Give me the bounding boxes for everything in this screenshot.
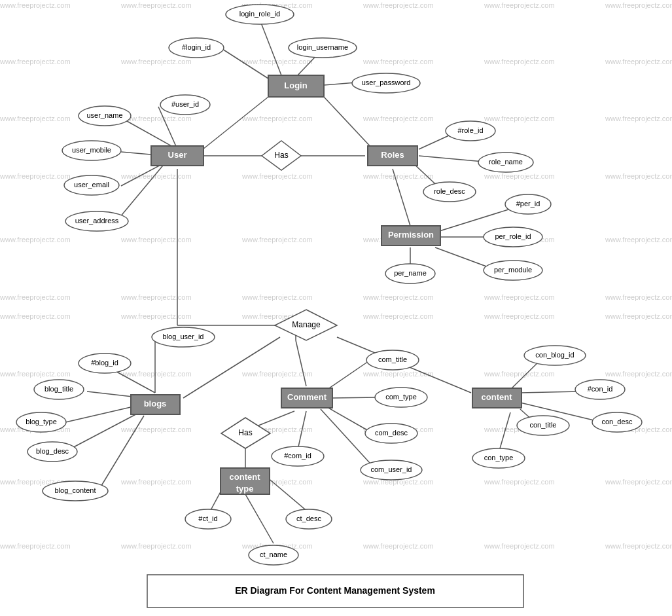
svg-text:www.freeprojectz.com: www.freeprojectz.com [605, 236, 672, 244]
user-address-attr: user_address [65, 211, 128, 231]
has2-relationship: Has [221, 418, 270, 448]
ct-id-attr: #ct_id [185, 509, 231, 529]
com-id-attr: #com_id [272, 446, 324, 466]
per-id-attr: #per_id [505, 194, 551, 214]
svg-line-113 [245, 494, 274, 543]
svg-text:per_role_id: per_role_id [495, 232, 531, 240]
svg-text:www.freeprojectz.com: www.freeprojectz.com [0, 58, 71, 65]
svg-text:Roles: Roles [381, 150, 404, 160]
ct-name-attr: ct_name [249, 545, 298, 565]
svg-text:www.freeprojectz.com: www.freeprojectz.com [605, 58, 672, 65]
svg-text:User: User [168, 150, 187, 160]
svg-line-101 [327, 407, 373, 433]
svg-line-66 [260, 20, 281, 75]
svg-text:Comment: Comment [287, 392, 327, 402]
svg-line-100 [330, 397, 378, 398]
svg-text:www.freeprojectz.com: www.freeprojectz.com [605, 293, 672, 301]
svg-text:www.freeprojectz.com: www.freeprojectz.com [363, 312, 434, 320]
svg-text:content: content [230, 472, 261, 482]
svg-text:www.freeprojectz.com: www.freeprojectz.com [363, 58, 434, 65]
svg-text:www.freeprojectz.com: www.freeprojectz.com [363, 115, 434, 122]
user-name-attr: user_name [79, 106, 131, 126]
role-desc-attr: role_desc [423, 182, 476, 202]
svg-text:www.freeprojectz.com: www.freeprojectz.com [605, 172, 672, 180]
svg-text:www.freeprojectz.com: www.freeprojectz.com [241, 370, 313, 378]
svg-text:#login_id: #login_id [182, 43, 211, 51]
svg-text:com_type: com_type [385, 393, 417, 401]
svg-text:#blog_id: #blog_id [91, 359, 118, 367]
svg-text:www.freeprojectz.com: www.freeprojectz.com [0, 172, 71, 180]
ct-desc-attr: ct_desc [286, 509, 332, 529]
svg-text:blog_desc: blog_desc [36, 447, 69, 455]
svg-text:www.freeprojectz.com: www.freeprojectz.com [120, 542, 192, 550]
svg-line-105 [520, 391, 579, 393]
role-name-attr: role_name [478, 153, 533, 172]
blog-desc-attr: blog_desc [27, 442, 77, 462]
svg-text:#user_id: #user_id [171, 100, 199, 108]
diagram-title: ER Diagram For Content Management System [235, 585, 435, 596]
con-desc-attr: con_desc [592, 412, 642, 432]
svg-text:www.freeprojectz.com: www.freeprojectz.com [363, 370, 434, 378]
svg-text:com_user_id: com_user_id [371, 465, 412, 473]
svg-text:con_type: con_type [484, 454, 514, 462]
login-role-id-attr: login_role_id [226, 5, 294, 24]
blog-type-attr: blog_type [16, 412, 66, 432]
roles-entity: Roles [368, 146, 417, 166]
svg-text:user_address: user_address [75, 217, 119, 225]
con-type-attr: con_type [472, 448, 525, 468]
user-password-attr: user_password [352, 73, 420, 93]
svg-text:login_role_id: login_role_id [239, 10, 280, 18]
svg-text:per_module: per_module [494, 266, 532, 274]
has1-relationship: Has [262, 141, 301, 170]
svg-text:#role_id: #role_id [457, 126, 483, 134]
user-email-attr: user_email [64, 175, 119, 195]
per-module-attr: per_module [484, 261, 542, 280]
svg-text:www.freeprojectz.com: www.freeprojectz.com [120, 370, 192, 378]
svg-text:per_name: per_name [394, 269, 427, 277]
user-mobile-attr: user_mobile [62, 141, 121, 160]
svg-text:type: type [236, 484, 254, 494]
svg-line-73 [121, 118, 177, 149]
svg-line-109 [258, 411, 294, 426]
svg-text:Manage: Manage [292, 320, 321, 329]
svg-text:user_password: user_password [362, 79, 411, 86]
role-id-attr: #role_id [446, 121, 495, 141]
svg-line-91 [296, 340, 306, 386]
svg-text:#com_id: #com_id [284, 452, 311, 460]
blog-title-attr: blog_title [34, 380, 84, 399]
login-id-attr: #login_id [169, 38, 224, 58]
svg-text:www.freeprojectz.com: www.freeprojectz.com [605, 1, 672, 9]
svg-text:www.freeprojectz.com: www.freeprojectz.com [0, 115, 71, 122]
com-desc-attr: com_desc [365, 424, 417, 443]
blog-content-attr: blog_content [43, 481, 108, 501]
title-box: ER Diagram For Content Management System [147, 575, 523, 607]
svg-text:con_title: con_title [530, 421, 557, 429]
svg-text:content: content [482, 392, 513, 402]
svg-text:ct_name: ct_name [260, 551, 287, 558]
login-entity: Login [268, 75, 324, 97]
svg-text:role_desc: role_desc [434, 187, 465, 195]
svg-line-99 [327, 361, 368, 390]
svg-text:www.freeprojectz.com: www.freeprojectz.com [363, 293, 434, 301]
svg-text:www.freeprojectz.com: www.freeprojectz.com [120, 312, 192, 320]
com-title-attr: com_title [366, 350, 419, 370]
svg-text:role_name: role_name [489, 158, 523, 166]
svg-text:www.freeprojectz.com: www.freeprojectz.com [120, 478, 192, 486]
svg-text:www.freeprojectz.com: www.freeprojectz.com [120, 426, 192, 433]
permission-entity: Permission [381, 226, 440, 245]
svg-text:www.freeprojectz.com: www.freeprojectz.com [605, 370, 672, 378]
svg-text:ct_desc: ct_desc [296, 515, 321, 522]
svg-text:www.freeprojectz.com: www.freeprojectz.com [484, 1, 555, 9]
svg-text:user_name: user_name [86, 111, 122, 119]
svg-text:con_desc: con_desc [601, 418, 633, 426]
svg-text:www.freeprojectz.com: www.freeprojectz.com [484, 58, 555, 65]
com-user-id-attr: com_user_id [361, 460, 422, 480]
svg-text:www.freeprojectz.com: www.freeprojectz.com [0, 236, 71, 244]
svg-text:Has: Has [238, 428, 252, 437]
svg-text:blog_title: blog_title [44, 385, 73, 393]
svg-text:www.freeprojectz.com: www.freeprojectz.com [0, 293, 71, 301]
svg-text:#per_id: #per_id [516, 200, 540, 208]
svg-line-70 [203, 97, 268, 149]
svg-text:www.freeprojectz.com: www.freeprojectz.com [241, 172, 313, 180]
per-name-attr: per_name [385, 264, 435, 283]
